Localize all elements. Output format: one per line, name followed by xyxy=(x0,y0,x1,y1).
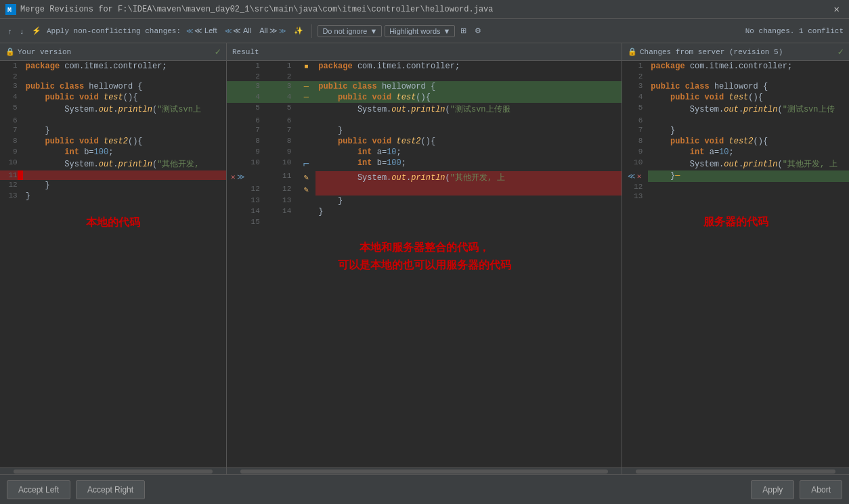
middle-scrollbar[interactable] xyxy=(227,467,622,474)
table-row: 4 public void test(){ xyxy=(0,92,226,103)
settings-button[interactable]: ⚙ xyxy=(472,25,484,37)
magic-button[interactable]: ⚡ xyxy=(29,25,44,37)
table-row: 13 13 } xyxy=(227,196,622,206)
table-row: 4 public void test(){ xyxy=(622,92,849,103)
middle-code-table: 1 1 ■ package com.itmei.controller; 2 2 … xyxy=(227,61,622,227)
title-bar-text: Merge Revisions for F:\IDEA\maven\maven_… xyxy=(20,5,830,14)
right-code-scroll[interactable]: 1 package com.itmei.controller; 2 3 publ… xyxy=(622,61,849,467)
left-scrollbar-thumb[interactable] xyxy=(14,469,213,474)
right-panel: 🔒 Changes from server (revision 5) ✓ 1 p… xyxy=(622,43,849,474)
table-row: 6 6 xyxy=(227,116,622,125)
accept-all-toolbar-button[interactable]: ≪ ≪ All xyxy=(222,25,254,37)
left-scrollbar[interactable] xyxy=(0,467,226,474)
magic-icon: ⚡ xyxy=(32,26,41,35)
table-row: 11 xyxy=(0,170,226,180)
right-panel-header: 🔒 Changes from server (revision 5) ✓ xyxy=(622,43,849,61)
right-annotation: 服务器的代码 xyxy=(622,201,849,246)
middle-code-area[interactable]: 1 1 ■ package com.itmei.controller; 2 2 … xyxy=(227,61,622,467)
svg-text:M: M xyxy=(7,7,12,14)
middle-code-scroll[interactable]: 1 1 ■ package com.itmei.controller; 2 2 … xyxy=(227,61,622,467)
middle-scrollbar-thumb[interactable] xyxy=(240,469,608,474)
accept-left-toolbar-button[interactable]: ≪ ≪ Left xyxy=(183,25,219,37)
up-arrow-icon: ↑ xyxy=(8,27,12,35)
table-row: 1 package com.itmei.controller; xyxy=(622,61,849,72)
edit-icon[interactable]: ✎ xyxy=(304,173,309,183)
diff-dash-icon: — xyxy=(304,82,309,91)
accept-arrow-icon[interactable]: ≫ xyxy=(237,173,245,181)
table-row: 9 int b=100; xyxy=(0,147,226,158)
apply-button[interactable]: Apply xyxy=(751,480,794,499)
right-panel-title: Changes from server (revision 5) xyxy=(640,48,783,56)
right-lock-icon: 🔒 xyxy=(628,47,637,56)
left-check-icon: ✓ xyxy=(215,46,221,58)
right-check-icon: ✓ xyxy=(838,46,844,58)
reject-icon[interactable]: ✕ xyxy=(231,173,236,181)
left-code-area[interactable]: 1 package com.itmei.controller; 2 3 publ… xyxy=(0,61,226,467)
left-code-scroll[interactable]: 1 package com.itmei.controller; 2 3 publ… xyxy=(0,61,226,467)
close-button[interactable]: ✕ xyxy=(830,2,844,16)
table-row: 3 public class helloword { xyxy=(622,81,849,92)
table-row: 7 7 } xyxy=(227,125,622,136)
accept-left-icon[interactable]: ≪ xyxy=(628,172,636,181)
table-row: 7 } xyxy=(0,125,226,136)
table-row: 4 4 — public void test(){ xyxy=(227,92,622,103)
left-panel-header: 🔒 Your version ✓ xyxy=(0,43,226,61)
middle-annotation: 本地和服务器整合的代码， 可以是本地的也可以用服务器的代码 xyxy=(227,227,622,288)
table-row: 5 System.out.println("测试svn上传 xyxy=(622,103,849,116)
panels-container: 🔒 Your version ✓ 1 package com.itmei.con… xyxy=(0,43,849,474)
table-row: ≪ ✕ }— xyxy=(622,170,849,182)
table-row: 1 1 ■ package com.itmei.controller; xyxy=(227,61,622,72)
bracket-icon: ⌐ xyxy=(303,158,309,170)
table-row: 5 5 System.out.println("测试svn上传服 xyxy=(227,103,622,116)
right-arrows-icon: ≫ xyxy=(279,27,286,35)
conflict-marker-icon: ■ xyxy=(304,63,308,70)
app-icon: M xyxy=(5,4,16,15)
title-bar: M Merge Revisions for F:\IDEA\maven\mave… xyxy=(0,0,849,19)
separator1 xyxy=(311,24,312,38)
middle-panel-title: Result xyxy=(232,48,259,56)
table-row: 10 System.out.println("其他开发, xyxy=(0,158,226,170)
left-panel-title: Your version xyxy=(18,48,71,56)
gear-icon: ⚙ xyxy=(475,26,481,35)
ignore-dropdown[interactable]: Do not ignore ▼ xyxy=(318,25,382,37)
abort-button[interactable]: Abort xyxy=(800,480,842,499)
table-row: 3 public class helloword { xyxy=(0,81,226,92)
wand-icon: ✨ xyxy=(294,26,303,35)
table-row: 12 12 ✎ xyxy=(227,184,622,196)
right-scrollbar[interactable] xyxy=(622,467,849,474)
right-scrollbar-thumb[interactable] xyxy=(636,469,835,474)
left-annotation: 本地的代码 xyxy=(0,202,226,246)
edit-icon2[interactable]: ✎ xyxy=(304,185,309,195)
table-row: 8 public void test2(){ xyxy=(622,136,849,147)
reject-right-icon[interactable]: ✕ xyxy=(637,172,642,181)
accept-right-toolbar-button[interactable]: All ≫ ≫ xyxy=(257,25,288,37)
table-row: 15 xyxy=(227,217,622,227)
table-row: 9 9 int a=10; xyxy=(227,147,622,158)
accept-right-button[interactable]: Accept Right xyxy=(76,480,145,499)
table-row: 3 3 — public class helloword { xyxy=(227,81,622,92)
table-row: 2 2 xyxy=(227,72,622,81)
columns-button[interactable]: ⊞ xyxy=(458,25,469,37)
magic2-button[interactable]: ✨ xyxy=(291,25,306,37)
columns-icon: ⊞ xyxy=(460,26,466,35)
table-row: ✕ ≫ 11 ✎ System.out.println("其他开发, 上 xyxy=(227,171,622,184)
all-arrows-icon: ≪ xyxy=(225,27,232,35)
diff-dash-icon2: — xyxy=(304,93,309,102)
right-code-area[interactable]: 1 package com.itmei.controller; 2 3 publ… xyxy=(622,61,849,467)
table-row: 10 System.out.println("其他开发, 上 xyxy=(622,158,849,170)
highlight-dropdown-arrow-icon: ▼ xyxy=(443,27,451,35)
table-row: 6 xyxy=(622,116,849,125)
table-row: 14 14 } xyxy=(227,206,622,217)
accept-left-button[interactable]: Accept Left xyxy=(7,480,70,499)
highlight-dropdown[interactable]: Highlight words ▼ xyxy=(385,25,455,37)
left-panel: 🔒 Your version ✓ 1 package com.itmei.con… xyxy=(0,43,227,474)
prev-change-button[interactable]: ↑ xyxy=(5,26,15,37)
table-row: 13 } xyxy=(0,191,226,202)
down-arrow-icon: ↓ xyxy=(20,27,24,35)
table-row: 1 package com.itmei.controller; xyxy=(0,61,226,72)
table-row: 8 public void test2(){ xyxy=(0,136,226,147)
table-row: 12 } xyxy=(0,180,226,191)
left-arrows-icon: ≪ xyxy=(186,27,193,35)
next-change-button[interactable]: ↓ xyxy=(18,26,27,37)
table-row: 13 xyxy=(622,191,849,201)
